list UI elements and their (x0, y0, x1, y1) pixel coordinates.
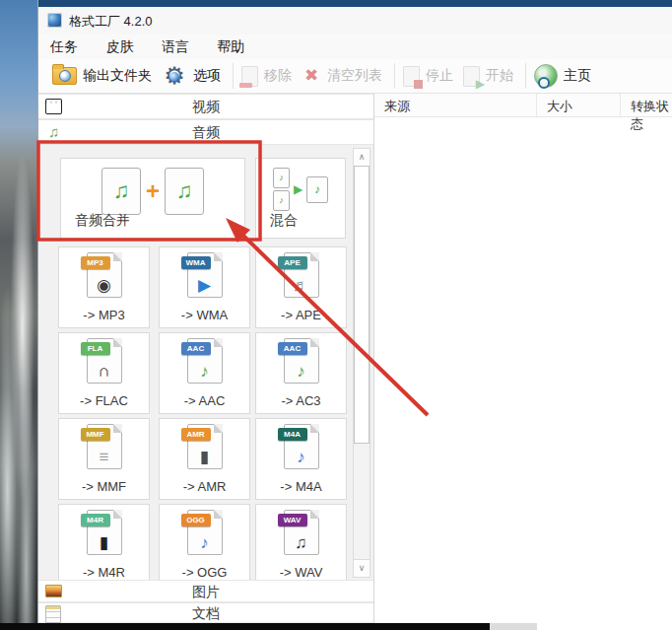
file-icon: MP3 ◉ (87, 252, 122, 298)
convert-to-wav-button[interactable]: WAV ♫ -> WAV (255, 504, 347, 580)
audio-panel-scrollbar[interactable]: ∧ ∨ (353, 148, 370, 578)
start-label: 开始 (486, 67, 513, 85)
format-glyph-icon: ♫ (285, 533, 318, 553)
remove-item-icon (241, 66, 258, 87)
toolbar-separator (233, 63, 234, 89)
file-icon: AMR ▮ (187, 424, 223, 469)
convert-to-mmf-button[interactable]: MMF ≡ -> MMF (58, 418, 150, 500)
video-tab-label: 视频 (38, 99, 373, 116)
menu-help[interactable]: 帮助 (205, 35, 256, 60)
file-icon: OGG ♪ (187, 510, 223, 555)
audio-file-icon: ♪ (273, 190, 290, 211)
column-status[interactable]: 转换状态 (621, 94, 672, 116)
column-source[interactable]: 来源 (374, 94, 537, 116)
format-badge: APE (278, 256, 307, 269)
picture-tab-label: 图片 (38, 584, 373, 601)
file-icon: MMF ≡ (87, 424, 122, 469)
file-icon: WAV ♫ (284, 510, 319, 555)
format-badge: MP3 (81, 256, 110, 269)
gear-icon: ⚙ (162, 63, 187, 89)
format-glyph-icon: ≡ (88, 448, 121, 467)
converter-label: -> AC3 (256, 393, 346, 408)
converter-label: -> M4A (256, 479, 346, 494)
output-folder-label: 输出文件夹 (83, 67, 152, 85)
remove-button[interactable]: 移除 (241, 66, 292, 87)
menu-task[interactable]: 任务 (38, 35, 90, 60)
file-icon: M4A ♪ (284, 424, 319, 469)
desktop-wallpaper (0, 0, 37, 630)
options-label: 选项 (193, 67, 221, 85)
convert-to-m4a-button[interactable]: M4A ♪ -> M4A (255, 418, 347, 500)
convert-to-mp3-button[interactable]: MP3 ◉ -> MP3 (58, 246, 150, 328)
scrollbar-thumb[interactable] (354, 166, 370, 444)
screenshot-root: 格式工厂 4.2.0 任务 皮肤 语言 帮助 输出文件夹 ⚙ 选项 移除 ✖ (0, 0, 672, 630)
file-icon: AAC ♪ (187, 338, 223, 384)
menu-language[interactable]: 语言 (150, 35, 201, 60)
toolbar-separator (394, 63, 395, 89)
convert-to-aac-button[interactable]: AAC ♪ -> AAC (159, 332, 250, 414)
file-icon: FLA ∩ (87, 338, 122, 384)
format-badge: M4A (278, 428, 307, 441)
format-glyph-icon: ▮ (88, 533, 121, 553)
format-badge: M4R (81, 514, 110, 526)
format-badge: AAC (181, 342, 211, 355)
clear-list-icon: ✖ (302, 66, 321, 86)
convert-to-ac3-button[interactable]: AAC ♪ -> AC3 (255, 332, 347, 414)
scroll-down-button[interactable]: ∨ (354, 559, 370, 577)
format-badge: FLA (81, 342, 110, 355)
toolbar-separator (525, 63, 526, 89)
sidebar-tab-document[interactable]: 文档 (38, 602, 373, 623)
home-button[interactable]: 主页 (534, 64, 591, 88)
audio-merge-label: 音频合并 (75, 212, 130, 230)
scroll-up-button[interactable]: ∧ (354, 149, 370, 167)
audio-merge-icon: ♫ + ♫ (61, 168, 244, 215)
format-badge: WMA (181, 256, 211, 269)
background-window-edge (38, 0, 672, 7)
convert-to-wma-button[interactable]: WMA ▶ -> WMA (159, 246, 250, 328)
column-size[interactable]: 大小 (537, 94, 621, 116)
converter-label: -> FLAC (59, 393, 149, 408)
plus-icon: + (146, 179, 160, 203)
converter-label: -> AAC (160, 393, 249, 408)
audio-tools-panel: ♫ + ♫ 音频合并 ♪ ♪ ▶ ♪ 混合 (38, 145, 373, 580)
audio-tab-label: 音频 (38, 124, 373, 142)
convert-to-m4r-button[interactable]: M4R ▮ -> M4R (58, 504, 150, 580)
format-glyph-icon: ♬ (285, 276, 318, 296)
clear-list-label: 清空列表 (327, 67, 382, 85)
audio-file-icon: ♫ (101, 168, 141, 215)
output-folder-button[interactable]: 输出文件夹 (52, 67, 152, 85)
format-badge: OGG (181, 514, 211, 526)
format-badge: AAC (278, 342, 307, 355)
menu-bar: 任务 皮肤 语言 帮助 (38, 35, 672, 59)
file-list-panel: 来源 大小 转换状态 (373, 94, 672, 623)
sidebar-tab-audio[interactable]: ♫ 音频 (38, 119, 373, 145)
format-glyph-icon: ♪ (285, 362, 318, 382)
file-icon: M4R ▮ (87, 510, 122, 555)
format-glyph-icon: ▶ (188, 276, 222, 296)
format-glyph-icon: ▮ (188, 448, 222, 467)
merge-arrow-icon: ▶ (294, 182, 302, 196)
convert-to-amr-button[interactable]: AMR ▮ -> AMR (159, 418, 250, 500)
stop-button[interactable]: 停止 (403, 66, 453, 87)
convert-to-ogg-button[interactable]: OGG ♪ -> OGG (159, 504, 250, 580)
clear-list-button[interactable]: ✖ 清空列表 (302, 66, 382, 86)
format-badge: MMF (81, 428, 110, 441)
audio-file-icon: ♪ (273, 168, 290, 188)
sidebar-tab-picture[interactable]: 图片 (38, 580, 373, 602)
audio-mix-label: 混合 (270, 212, 298, 230)
convert-to-flac-button[interactable]: FLA ∩ -> FLAC (58, 332, 150, 414)
convert-to-ape-button[interactable]: APE ♬ -> APE (255, 246, 347, 328)
start-button[interactable]: ▶ 开始 (463, 66, 513, 87)
file-list-header: 来源 大小 转换状态 (374, 94, 672, 117)
format-glyph-icon: ♪ (285, 448, 318, 467)
options-button[interactable]: ⚙ 选项 (162, 63, 221, 89)
menu-skin[interactable]: 皮肤 (94, 35, 145, 60)
converter-label: -> MMF (59, 479, 149, 494)
sidebar-tab-video[interactable]: 视频 (38, 94, 373, 119)
stop-icon (403, 66, 420, 87)
audio-mix-button[interactable]: ♪ ♪ ▶ ♪ 混合 (255, 158, 346, 239)
file-icon: AAC ♪ (284, 338, 319, 384)
audio-merge-button[interactable]: ♫ + ♫ 音频合并 (60, 158, 245, 239)
format-factory-window: 格式工厂 4.2.0 任务 皮肤 语言 帮助 输出文件夹 ⚙ 选项 移除 ✖ (37, 0, 672, 623)
home-label: 主页 (564, 67, 591, 85)
